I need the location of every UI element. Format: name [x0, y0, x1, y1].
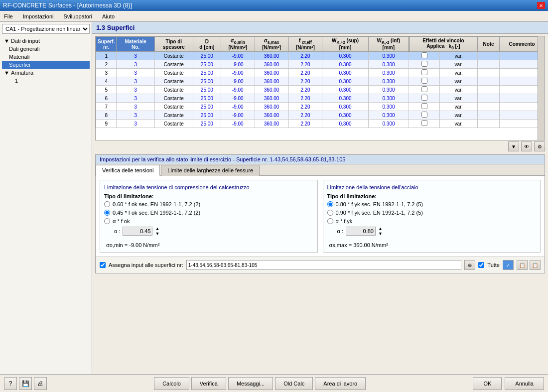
sidebar-dropdown[interactable]: CA1 - Progettazione non lineare	[2, 24, 90, 34]
col-header-tipo: Tipo dispessore	[154, 37, 193, 52]
steel-option-3[interactable]: α * f yk	[327, 218, 537, 224]
view-button[interactable]: 👁	[521, 141, 532, 151]
sidebar-item-dati-generali[interactable]: Dati generali	[2, 45, 90, 53]
verifica-button[interactable]: Verifica	[191, 377, 226, 390]
steel-alpha-input[interactable]	[346, 227, 376, 236]
assign-label: Assegna input alle superfici nr:	[109, 262, 183, 268]
calcola-button[interactable]: Calcolo	[154, 377, 189, 390]
help-button[interactable]: ?	[4, 377, 17, 390]
title-bar: RF-CONCRETE Surfaces - [Autorimessa 3D (…	[0, 0, 548, 11]
steel-option-2[interactable]: 0.90 * f yk sec. EN 1992-1-1, 7.2 (5)	[327, 210, 537, 216]
menu-sviluppatori[interactable]: Sviluppatori	[62, 12, 94, 20]
tabs-container: Verifica delle tensioni Limite delle lar…	[96, 164, 545, 176]
steel-result: σs,max = 360.00 N/mm²	[327, 242, 537, 248]
concrete-alpha-row: α : ▲▼	[104, 226, 313, 236]
content-area: 1.3 Superfici Superf.nr. MaterialeNo. Ti…	[92, 22, 548, 374]
annulla-button[interactable]: Annulla	[505, 377, 544, 390]
assign-icon-2[interactable]: 📋	[530, 260, 541, 270]
tab-verifica-tensioni[interactable]: Verifica delle tensioni	[96, 165, 160, 176]
tab-content: Limitazione della tensione di compressio…	[96, 176, 545, 257]
vincolo-checkbox[interactable]	[421, 95, 427, 101]
concrete-option-1[interactable]: 0.60 * f ok sec. EN 1992-1-1, 7.2 (2)	[104, 201, 313, 207]
old-calc-button[interactable]: Old Calc	[275, 377, 313, 390]
table-row[interactable]: 43Costante25.00-9.00360.002.200.3000.300…	[96, 77, 545, 86]
steel-radio-3[interactable]	[327, 218, 333, 224]
concrete-alpha-label: α :	[114, 228, 120, 234]
tutte-checkbox[interactable]	[478, 262, 484, 268]
col-header-nr: Superf.nr.	[96, 37, 117, 52]
main-layout: CA1 - Progettazione non lineare ▼ Dati d…	[0, 22, 548, 374]
steel-radio-1[interactable]	[327, 201, 333, 207]
assign-icon-1[interactable]: 📋	[517, 260, 528, 270]
concrete-option-3[interactable]: α * f ok	[104, 218, 313, 224]
concrete-limitation-box: Limitazione della tensione di compressio…	[100, 180, 318, 253]
table-row[interactable]: 63Costante25.00-9.00360.002.200.3000.300…	[96, 94, 545, 103]
table-scrollbar[interactable]	[538, 36, 545, 140]
table-row[interactable]: 53Costante25.00-9.00360.002.200.3000.300…	[96, 86, 545, 94]
vincolo-checkbox[interactable]	[421, 61, 427, 67]
vincolo-checkbox[interactable]	[421, 120, 427, 126]
table-row[interactable]: 23Costante25.00-9.00360.002.200.3000.300…	[96, 60, 545, 69]
table-row[interactable]: 83Costante25.00-9.00360.002.200.3000.300…	[96, 111, 545, 120]
save-button[interactable]: 💾	[19, 377, 32, 390]
vincolo-checkbox[interactable]	[421, 86, 427, 92]
concrete-spin-up[interactable]: ▲▼	[155, 226, 159, 236]
col-header-mat: MaterialeNo.	[117, 37, 154, 52]
sidebar-item-armatura[interactable]: ▼ Armatura	[2, 69, 90, 77]
assign-pick-button[interactable]: ⊕	[464, 260, 475, 270]
data-table: Superf.nr. MaterialeNo. Tipo dispessore …	[96, 36, 545, 128]
menu-aiuto[interactable]: Aiuto	[100, 12, 117, 20]
sidebar-tree: ▼ Dati di input Dati generali Materiali …	[2, 37, 90, 85]
steel-tipo-label: Tipo di limitazione:	[327, 193, 537, 199]
menu-impostazioni[interactable]: Impostazioni	[21, 12, 56, 20]
expand-icon: ▼	[4, 38, 9, 44]
concrete-radio-group: 0.60 * f ok sec. EN 1992-1-1, 7.2 (2) 0.…	[104, 201, 313, 224]
area-lavoro-button[interactable]: Area di lavoro	[315, 377, 366, 390]
assign-input[interactable]	[186, 260, 462, 270]
print-button[interactable]: 🖨	[34, 377, 47, 390]
sidebar-item-materiali[interactable]: Materiali	[2, 53, 90, 61]
filter-button[interactable]: ▼	[508, 141, 519, 151]
table-row[interactable]: 93Costante25.00-9.00360.002.200.3000.300…	[96, 120, 545, 128]
sidebar-item-dati-input[interactable]: ▼ Dati di input	[2, 37, 90, 45]
vincolo-checkbox[interactable]	[421, 69, 427, 75]
table-row[interactable]: 73Costante25.00-9.00360.002.200.3000.300…	[96, 103, 545, 111]
messaggi-button[interactable]: Messaggi...	[228, 377, 273, 390]
assign-checkbox[interactable]	[100, 262, 106, 268]
settings-panel: Impostazioni per la verifica allo stato …	[95, 154, 545, 273]
vincolo-checkbox[interactable]	[421, 112, 427, 118]
steel-option-1[interactable]: 0.80 * f yk sec. EN 1992-1-1, 7.2 (5)	[327, 201, 537, 207]
concrete-radio-1[interactable]	[104, 201, 110, 207]
bottom-toolbar: ? 💾 🖨 Calcolo Verifica Messaggi... Old C…	[0, 374, 548, 392]
table-row[interactable]: 33Costante25.00-9.00360.002.200.3000.300…	[96, 69, 545, 77]
steel-radio-2[interactable]	[327, 210, 333, 216]
vincolo-checkbox[interactable]	[421, 103, 427, 109]
col-header-sigma-min: σo,min[N/mm²]	[221, 37, 255, 52]
vincolo-checkbox[interactable]	[421, 78, 427, 84]
concrete-tipo-label: Tipo di limitazione:	[104, 193, 313, 199]
settings-title: Impostazioni per la verifica allo stato …	[96, 155, 545, 164]
tab-limite-larghezze[interactable]: Limite delle larghezze delle fessure	[161, 165, 260, 176]
steel-limitation-box: Limitazione della tensione dell'acciaio …	[323, 180, 541, 253]
close-button[interactable]: ✕	[537, 2, 545, 9]
concrete-option-2[interactable]: 0.45 * f ok sec. EN 1992-1-1, 7.2 (2)	[104, 210, 313, 216]
table-row[interactable]: 13Costante25.00-9.00360.002.200.3000.300…	[96, 52, 545, 60]
table-toolbar: ▼ 👁 ⚙	[92, 140, 548, 152]
menu-file[interactable]: File	[2, 12, 15, 20]
sidebar-item-arm-1[interactable]: 1	[2, 77, 90, 85]
concrete-radio-3[interactable]	[104, 218, 110, 224]
steel-spin-up[interactable]: ▲▼	[378, 226, 383, 236]
vincolo-checkbox[interactable]	[421, 52, 427, 58]
bottom-left-icons: ? 💾 🖨	[4, 377, 47, 390]
concrete-title: Limitazione della tensione di compressio…	[104, 184, 313, 190]
sidebar: CA1 - Progettazione non lineare ▼ Dati d…	[0, 22, 92, 374]
ok-button[interactable]: OK	[473, 377, 502, 390]
concrete-alpha-input[interactable]	[123, 227, 152, 236]
concrete-radio-2[interactable]	[104, 210, 110, 216]
sidebar-item-superfici[interactable]: Superfici	[2, 61, 90, 69]
assign-confirm-button[interactable]: ✓	[503, 260, 514, 270]
title-text: RF-CONCRETE Surfaces - [Autorimessa 3D (…	[3, 2, 132, 9]
settings-icon-button[interactable]: ⚙	[534, 141, 545, 151]
steel-radio-group: 0.80 * f yk sec. EN 1992-1-1, 7.2 (5) 0.…	[327, 201, 537, 224]
table-container: Superf.nr. MaterialeNo. Tipo dispessore …	[95, 36, 545, 140]
